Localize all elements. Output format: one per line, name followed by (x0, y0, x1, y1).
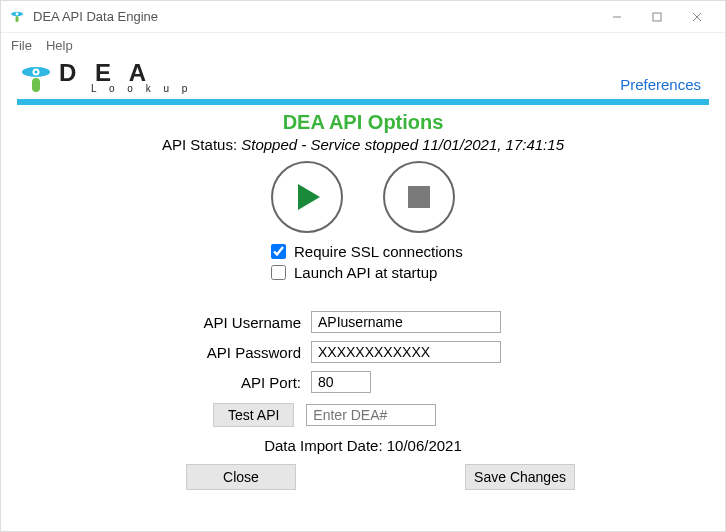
play-icon (290, 180, 324, 214)
launch-startup-checkbox[interactable] (271, 265, 286, 280)
dea-number-input[interactable] (306, 404, 436, 426)
menu-help[interactable]: Help (46, 38, 73, 53)
api-form: API Username API Password API Port: (1, 311, 725, 393)
port-input[interactable] (311, 371, 371, 393)
require-ssl-row[interactable]: Require SSL connections (271, 243, 463, 260)
window-controls (597, 3, 717, 31)
api-status-row: API Status: Stopped - Service stopped 11… (1, 136, 725, 153)
api-status-value: Stopped - Service stopped 11/01/2021, 17… (241, 136, 564, 153)
test-api-button[interactable]: Test API (213, 403, 294, 427)
logo-row: D E A L o o k u p Preferences (1, 57, 725, 95)
svg-rect-2 (16, 16, 19, 22)
close-window-button[interactable] (677, 3, 717, 31)
port-label: API Port: (1, 374, 301, 391)
menubar: File Help (1, 33, 725, 57)
require-ssl-checkbox[interactable] (271, 244, 286, 259)
import-date-row: Data Import Date: 10/06/2021 (1, 437, 725, 454)
launch-startup-row[interactable]: Launch API at startup (271, 264, 437, 281)
password-label: API Password (1, 344, 301, 361)
bottom-buttons: Close Save Changes (1, 464, 725, 490)
import-date-value: 10/06/2021 (387, 437, 462, 454)
service-controls (1, 161, 725, 233)
maximize-button[interactable] (637, 3, 677, 31)
require-ssl-label: Require SSL connections (294, 243, 463, 260)
save-changes-button[interactable]: Save Changes (465, 464, 575, 490)
svg-marker-11 (298, 184, 320, 210)
window-title: DEA API Data Engine (33, 9, 597, 24)
titlebar: DEA API Data Engine (1, 1, 725, 33)
svg-rect-12 (408, 186, 430, 208)
preferences-link[interactable]: Preferences (620, 76, 707, 95)
menu-file[interactable]: File (11, 38, 32, 53)
page-heading: DEA API Options (1, 111, 725, 134)
stop-icon (405, 183, 433, 211)
svg-point-1 (16, 12, 19, 15)
launch-startup-label: Launch API at startup (294, 264, 437, 281)
divider-bar (17, 99, 709, 105)
brand-logo: D E A L o o k u p (19, 61, 192, 95)
import-date-label: Data Import Date: (264, 437, 382, 454)
password-input[interactable] (311, 341, 501, 363)
start-button[interactable] (271, 161, 343, 233)
close-button[interactable]: Close (186, 464, 296, 490)
username-label: API Username (1, 314, 301, 331)
options-checkboxes: Require SSL connections Launch API at st… (1, 243, 725, 281)
svg-point-9 (34, 70, 37, 73)
svg-rect-4 (653, 13, 661, 21)
svg-rect-10 (32, 78, 40, 92)
username-input[interactable] (311, 311, 501, 333)
api-status-label: API Status: (162, 136, 237, 153)
test-row: Test API (1, 403, 725, 427)
stop-button[interactable] (383, 161, 455, 233)
app-icon (9, 9, 25, 25)
minimize-button[interactable] (597, 3, 637, 31)
brand-main: D E A (59, 62, 192, 84)
